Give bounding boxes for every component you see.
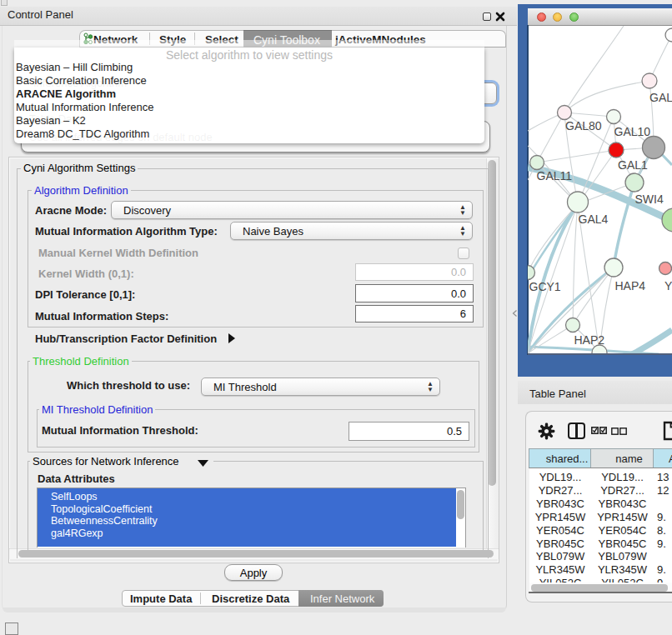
svg-text:GCY1: GCY1 (529, 280, 561, 293)
svg-text:Y: Y (664, 279, 672, 292)
svg-text:GAL80: GAL80 (565, 119, 602, 132)
svg-text:SWI4: SWI4 (635, 192, 664, 206)
svg-text:GAL10: GAL10 (614, 125, 651, 138)
svg-text:GAL11: GAL11 (537, 169, 573, 182)
svg-text:GAL1: GAL1 (618, 158, 648, 172)
svg-text:GAL2: GAL2 (649, 91, 672, 104)
svg-text:GAL4: GAL4 (579, 212, 609, 226)
svg-text:HAP2: HAP2 (574, 333, 605, 347)
svg-text:HAP4: HAP4 (615, 279, 646, 292)
